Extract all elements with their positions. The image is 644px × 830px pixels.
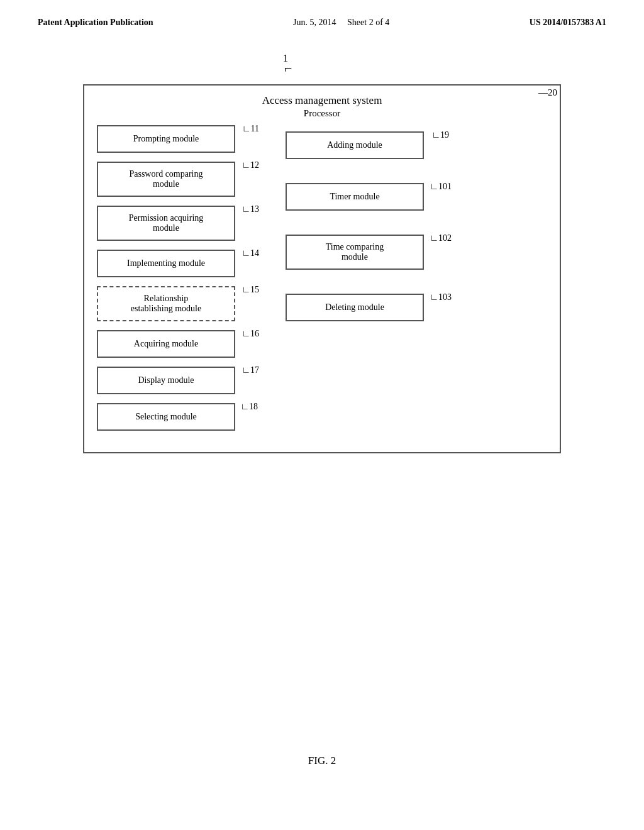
time-comparing-module-row: Time comparingmodule ∟102	[286, 235, 424, 270]
selecting-module-row: Selecting module ∟18	[97, 403, 235, 431]
adding-module-row: Adding module ∟19	[286, 131, 424, 159]
selecting-module-label: Selecting module	[135, 412, 197, 422]
page-header: Patent Application Publication Jun. 5, 2…	[0, 0, 644, 28]
relationship-establishing-module-label: Relationshipestablishing module	[131, 294, 201, 314]
adding-module-label: Adding module	[327, 140, 382, 150]
implementing-module-row: Implementing module ∟14	[97, 250, 235, 277]
outer-box-title: Access management system	[84, 92, 560, 108]
timer-module-box: Timer module	[286, 183, 424, 211]
timer-module-row: Timer module ∟101	[286, 183, 424, 211]
ref-12: ∟12	[242, 160, 259, 170]
inner-content: Prompting module ∟11 Password comparingm…	[84, 125, 560, 440]
header-sheet: Sheet 2 of 4	[347, 18, 389, 27]
display-module-box: Display module	[97, 367, 235, 394]
acquiring-module-box: Acquiring module	[97, 330, 235, 358]
permission-acquiring-module-label: Permission acquiringmodule	[129, 213, 204, 233]
timer-module-label: Timer module	[330, 192, 379, 202]
time-comparing-module-label: Time comparingmodule	[326, 242, 384, 262]
ref-16: ∟16	[242, 329, 259, 339]
header-center: Jun. 5, 2014 Sheet 2 of 4	[293, 18, 389, 28]
permission-acquiring-module-row: Permission acquiringmodule ∟13	[97, 206, 235, 241]
ref-1-bracket: ⌐	[284, 62, 292, 75]
ref-13: ∟13	[242, 204, 259, 214]
prompting-module-box: Prompting module	[97, 125, 235, 153]
processor-label: Processor	[84, 108, 560, 125]
password-comparing-module-row: Password comparingmodule ∟12	[97, 162, 235, 197]
password-comparing-module-box: Password comparingmodule	[97, 162, 235, 197]
header-left: Patent Application Publication	[38, 18, 153, 28]
relationship-establishing-module-box: Relationshipestablishing module	[97, 286, 235, 321]
selecting-module-box: Selecting module	[97, 403, 235, 431]
prompting-module-label: Prompting module	[133, 134, 199, 144]
implementing-module-box: Implementing module	[97, 250, 235, 277]
outer-box: Access management system Processor Promp…	[83, 84, 561, 453]
deleting-module-row: Deleting module ∟103	[286, 294, 424, 321]
ref-14: ∟14	[242, 248, 259, 258]
prompting-module-row: Prompting module ∟11	[97, 125, 235, 153]
figure-caption: FIG. 2	[0, 755, 644, 767]
header-right: US 2014/0157383 A1	[530, 18, 606, 28]
acquiring-module-label: Acquiring module	[134, 339, 198, 349]
display-module-label: Display module	[138, 375, 194, 385]
ref-17: ∟17	[242, 365, 259, 375]
ref-19: ∟19	[431, 130, 449, 140]
ref-103: ∟103	[430, 292, 452, 302]
permission-acquiring-module-box: Permission acquiringmodule	[97, 206, 235, 241]
ref-11: ∟11	[242, 124, 259, 134]
time-comparing-module-box: Time comparingmodule	[286, 235, 424, 270]
ref-101: ∟101	[430, 182, 452, 192]
header-date: Jun. 5, 2014	[293, 18, 336, 27]
deleting-module-box: Deleting module	[286, 294, 424, 321]
left-column: Prompting module ∟11 Password comparingm…	[97, 125, 235, 440]
implementing-module-label: Implementing module	[127, 258, 205, 268]
acquiring-module-row: Acquiring module ∟16	[97, 330, 235, 358]
relationship-establishing-module-row: Relationshipestablishing module ∟15	[97, 286, 235, 321]
right-column: Adding module ∟19 Timer module ∟101 Time…	[286, 125, 424, 440]
password-comparing-module-label: Password comparingmodule	[129, 169, 203, 189]
deleting-module-label: Deleting module	[325, 302, 384, 313]
adding-module-box: Adding module	[286, 131, 424, 159]
ref-102: ∟102	[430, 233, 452, 243]
ref-18: ∟18	[240, 402, 258, 412]
ref-15: ∟15	[242, 285, 259, 295]
display-module-row: Display module ∟17	[97, 367, 235, 394]
